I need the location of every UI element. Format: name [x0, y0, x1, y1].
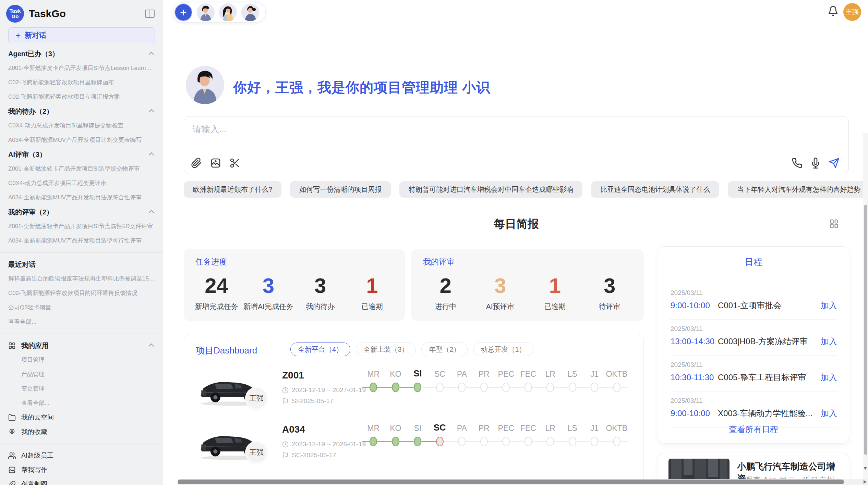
sidebar: Task Go TaskGo + 新对话 Agent已办（3） Z001-全新燃…: [0, 0, 163, 485]
main-area: + 王强 你好，王强，我是你的项目管理助理 小识 请输入... 欧洲新规最近颁布…: [163, 0, 868, 485]
user-avatar[interactable]: 王强: [843, 3, 861, 21]
add-agent-button[interactable]: +: [174, 3, 192, 21]
image-upload-icon[interactable]: [210, 158, 221, 169]
milestone: SI: [407, 366, 429, 393]
dashboard-filter-tab[interactable]: 全新平台（4）: [290, 343, 350, 356]
project-row[interactable]: 王强 A034 2023-12-19 ~ 2026-01-19 SC-2025-…: [184, 420, 644, 471]
sidebar-item[interactable]: C02-飞腾新能源轻客改款项目立项汇报方案: [8, 90, 155, 104]
app-item[interactable]: 项目管理: [8, 353, 155, 367]
milestone: SC: [429, 420, 451, 447]
join-link[interactable]: 加入: [821, 300, 837, 311]
event-date: 2025/03/11: [671, 325, 703, 333]
milestone-dot: [613, 437, 620, 446]
join-link[interactable]: 加入: [821, 336, 837, 347]
app-item[interactable]: 产品管理: [8, 367, 155, 382]
sidebar-section-header[interactable]: 我的评审（2）: [8, 205, 155, 219]
dashboard-filter-tab[interactable]: 全新上装（3）: [356, 343, 416, 356]
notification-bell-icon[interactable]: [828, 5, 839, 16]
chevron-up-icon[interactable]: [149, 344, 154, 349]
agent-avatar-1[interactable]: [197, 3, 215, 21]
app-item[interactable]: 变更管理: [8, 382, 155, 396]
recent-view-all[interactable]: 查看全部...: [8, 315, 155, 329]
chevron-up-icon[interactable]: [149, 52, 154, 57]
dashboard-filter-tab[interactable]: 年型（2）: [421, 343, 468, 356]
stat-label: 新增完成任务: [195, 302, 238, 311]
sidebar-item[interactable]: C02-飞腾新能源轻客改款项目的闭环通告反馈情况: [8, 286, 155, 300]
suggestion-chip[interactable]: 如何写一份清晰的项目周报: [290, 181, 391, 198]
milestone-label: LR: [545, 366, 555, 382]
sidebar-item[interactable]: A034-全新新能源MUV产品开发项目计划变更表编写: [8, 133, 155, 147]
milestone-dot: [414, 437, 421, 446]
chevron-up-icon[interactable]: [149, 109, 154, 115]
suggestion-chip[interactable]: 当下年轻人对汽车外观有怎样的喜好趋势: [728, 181, 868, 198]
horizontal-scrollbar[interactable]: [178, 479, 868, 485]
chat-input-box[interactable]: 请输入...: [184, 116, 849, 174]
suggestion-chip[interactable]: 欧洲新规最近颁布了什么?: [184, 181, 281, 198]
join-link[interactable]: 加入: [821, 408, 837, 419]
scissors-icon[interactable]: [229, 158, 240, 169]
collapse-sidebar-icon[interactable]: [145, 10, 155, 18]
sidebar-item[interactable]: C02-飞腾新能源轻客改款项目里程碑画布: [8, 75, 155, 90]
sidebar-section-header[interactable]: 我的待办（2）: [8, 104, 155, 119]
join-link[interactable]: 加入: [821, 372, 837, 383]
project-dashboard-card: 项目Dashboard 全新平台（4）全新上装（3）年型（2）动总开发（1） 王…: [184, 334, 644, 485]
sidebar-item[interactable]: 解释最新出台的欧盟报废车法规再生塑料比例被调至15%...: [8, 272, 155, 286]
sidebar-item[interactable]: C0X4-动力总成开发项目SI里程碑提交物检查: [8, 119, 155, 133]
milestone-label: PEC: [498, 366, 514, 382]
sidebar-item-draw[interactable]: 创意制图: [8, 477, 155, 485]
sidebar-item[interactable]: C0X4-动力总成开发项目工程变更评审: [8, 176, 155, 190]
sidebar-section-header[interactable]: Agent已办（3）: [8, 47, 155, 61]
project-code: A034: [282, 424, 305, 435]
send-icon[interactable]: [829, 158, 840, 169]
schedule-event: 2025/03/11 10:30-11:30 C005-整车工程目标评审 加入: [658, 356, 849, 391]
sidebar-section-header[interactable]: 最近对话: [8, 257, 155, 272]
horizontal-scrollbar-thumb[interactable]: [178, 480, 844, 484]
stat: 24 新增完成任务: [191, 270, 242, 316]
scroll-down-arrow[interactable]: [864, 467, 867, 470]
suggestion-chips: 欧洲新规最近颁布了什么?如何写一份清晰的项目周报特朗普可能对进口汽车增税会对中国…: [184, 181, 849, 198]
owner-name: 王强: [249, 394, 264, 403]
cloud-label: 我的云空间: [21, 413, 54, 422]
suggestion-chip[interactable]: 比亚迪全固态电池计划具体说了什么: [591, 181, 719, 198]
vertical-scrollbar[interactable]: [863, 133, 868, 479]
dashboard-filter-tab[interactable]: 动总开发（1）: [473, 343, 533, 356]
attachment-icon[interactable]: [191, 158, 202, 169]
section-title: 最近对话: [8, 260, 36, 269]
dashboard-filters: 全新平台（4）全新上装（3）年型（2）动总开发（1）: [290, 343, 533, 356]
sidebar-item-ai-staff[interactable]: AI超级员工: [8, 448, 155, 463]
phone-icon[interactable]: [792, 158, 803, 169]
sidebar-item[interactable]: Z001-全新燃油轻卡产品开发项目SI造型提交物评审: [8, 162, 155, 176]
sidebar-item-favorites[interactable]: 我的收藏: [8, 425, 155, 439]
apps-view-all[interactable]: 查看全部...: [8, 396, 155, 410]
milestone-label: OKTB: [606, 366, 627, 382]
sidebar-item-write[interactable]: 帮我写作: [8, 463, 155, 477]
sidebar-item[interactable]: 公司Q3轻卡销量: [8, 300, 155, 315]
milestone: J1: [583, 366, 606, 393]
suggestion-chip[interactable]: 特朗普可能对进口汽车增税会对中国车企造成哪些影响: [399, 181, 582, 198]
chevron-up-icon[interactable]: [149, 152, 154, 158]
chevron-up-icon[interactable]: [149, 210, 154, 215]
my-apps-header[interactable]: 我的应用: [8, 338, 155, 353]
event-name: C003|H0B-方案冻结评审: [718, 336, 821, 347]
scroll-right-arrow[interactable]: [864, 480, 867, 484]
milestone: SI: [407, 420, 429, 447]
sidebar-item[interactable]: Z001-全新燃油皮卡产品开发项目SI节点Lesson Learn报告: [8, 61, 155, 75]
sidebar-item[interactable]: A034-全新新能源MUV产品开发项目法规符合性评审: [8, 190, 155, 205]
milestone: PEC: [495, 420, 517, 447]
stat-label: 新增AI完成任务: [243, 302, 293, 311]
milestone-dot: [502, 383, 510, 392]
agent-avatar-3[interactable]: [241, 3, 259, 21]
new-chat-button[interactable]: + 新对话: [8, 27, 155, 43]
sidebar-section-header[interactable]: AI评审（3）: [8, 147, 155, 162]
project-row[interactable]: 王强 Z001 2023-12-19 ~ 2027-01-19 SI-2025-…: [184, 366, 644, 417]
view-all-schedule-link[interactable]: 查看所有日程: [658, 424, 849, 435]
sidebar-item[interactable]: Z001-全新燃油轻卡产品开发项目SI节点属性5D文件评审: [8, 219, 155, 234]
sidebar-item[interactable]: A034-全新新能源MUV产品开发项目造型可行性评审: [8, 234, 155, 248]
vertical-scrollbar-thumb[interactable]: [864, 205, 867, 455]
sidebar-item-cloud[interactable]: 我的云空间: [8, 410, 155, 425]
agent-avatar-2[interactable]: [219, 3, 237, 21]
layout-grid-icon[interactable]: [829, 219, 839, 229]
project-owner-avatar: 王强: [245, 387, 268, 410]
microphone-icon[interactable]: [810, 158, 821, 169]
logo-text-1: Task: [9, 8, 21, 14]
